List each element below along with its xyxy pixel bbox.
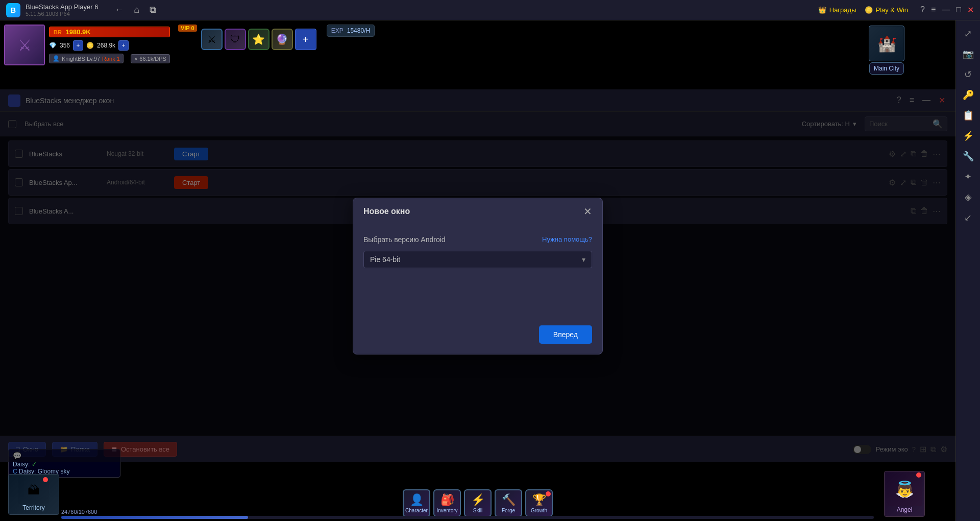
br-display: BR 1980.9K — [49, 27, 170, 37]
rewards-label: Награды — [829, 6, 856, 14]
playnwin-button[interactable]: 🪙 Play & Win — [865, 6, 909, 14]
crown-icon: 👑 — [818, 6, 826, 14]
exp-value: 15480/H — [347, 27, 370, 34]
sidebar-refresh-icon[interactable]: ↺ — [959, 65, 977, 84]
skill-icon-4[interactable]: 🔮 — [272, 29, 293, 50]
exp-bar-fill — [61, 516, 248, 519]
skill-icon-1[interactable]: ⚔ — [201, 29, 223, 50]
skill-skill-button[interactable]: ⚡ Skill — [464, 489, 492, 517]
sidebar-clipboard-icon[interactable]: 📋 — [959, 106, 977, 125]
character-icon: 👤 — [53, 55, 60, 62]
diamonds-value: 356 — [60, 42, 70, 49]
window-controls: ? ≡ — □ ✕ — [920, 5, 974, 15]
skill-skill-label: Skill — [473, 508, 482, 513]
help-button[interactable]: ? — [920, 5, 925, 15]
close-button[interactable]: ✕ — [967, 5, 974, 15]
window-manager: BlueStacks менеджер окон ? ≡ — ✕ Выбрать… — [0, 89, 955, 462]
coin-icon: 🪙 — [865, 6, 873, 14]
inventory-skill-button[interactable]: 🎒 Inventory — [433, 489, 461, 517]
bluestacks-shell: B BlueStacks App Player 6 5.11.56.1003 P… — [0, 0, 980, 521]
title-bar-left: B BlueStacks App Player 6 5.11.56.1003 P… — [6, 3, 159, 17]
skill-icon-2[interactable]: 🛡 — [225, 29, 246, 50]
angel-notification — [916, 472, 921, 478]
sidebar-tools-icon[interactable]: 🔧 — [959, 147, 977, 165]
diamond-icon: 💎 — [49, 42, 57, 49]
skill-icon-3[interactable]: ⭐ — [248, 29, 270, 50]
rank-badge: Rank 1 — [102, 56, 120, 62]
modal-overlay: Новое окно ✕ Выбрать версию Android Нужн… — [0, 89, 955, 462]
version-select-dropdown[interactable]: Pie 64-bit ▾ — [363, 251, 592, 268]
game-hud-top: ⚔ BR 1980.9K 💎 356 + 🪙 268.9k + — [0, 20, 955, 89]
rewards-button[interactable]: 👑 Награды — [818, 6, 856, 14]
exp-bar-text: 24760/107600 — [61, 509, 97, 515]
minimize-button[interactable]: — — [942, 5, 950, 15]
gold-add-button[interactable]: + — [118, 40, 129, 51]
dropdown-arrow-icon: ▾ — [582, 255, 585, 264]
maximize-button[interactable]: □ — [956, 5, 961, 15]
game-area: ⚔ BR 1980.9K 💎 356 + 🪙 268.9k + — [0, 20, 955, 521]
main-area: ⚔ BR 1980.9K 💎 356 + 🪙 268.9k + — [0, 20, 980, 521]
forge-skill-button[interactable]: 🔨 Forge — [495, 489, 522, 517]
dialog-footer: Вперед — [353, 319, 602, 354]
title-bar-right: 👑 Награды 🪙 Play & Win ? ≡ — □ ✕ — [818, 5, 974, 15]
player-info-row: 👤 KnightBS Lv.97 Rank 1 × 66.1k/DPS — [49, 54, 170, 63]
forge-skill-label: Forge — [502, 508, 515, 513]
angel-label: Angel — [897, 506, 913, 513]
nav-buttons: ← ⌂ ⧉ — [111, 4, 159, 16]
new-window-dialog: Новое окно ✕ Выбрать версию Android Нужн… — [353, 198, 603, 354]
back-button[interactable]: ← — [111, 4, 127, 16]
gold-value: 268.9k — [97, 42, 115, 49]
right-sidebar: ⤢ 📷 ↺ 🔑 📋 ⚡ 🔧 ✦ ◈ ↙ — [955, 20, 980, 521]
dialog-body: Выбрать версию Android Нужна помощь? Pie… — [353, 225, 602, 319]
player-name: KnightBS Lv.97 — [62, 56, 100, 62]
help-link[interactable]: Нужна помощь? — [542, 235, 592, 243]
exp-progress-bar — [61, 516, 874, 519]
playnwin-label: Play & Win — [876, 6, 909, 14]
sidebar-performance-icon[interactable]: ⚡ — [959, 127, 977, 145]
growth-skill-label: Growth — [531, 508, 547, 513]
add-skill-button[interactable]: + — [295, 29, 316, 50]
dps-value: 66.1k/DPS — [139, 56, 166, 62]
dialog-close-button[interactable]: ✕ — [583, 206, 592, 217]
title-bar: B BlueStacks App Player 6 5.11.56.1003 P… — [0, 0, 980, 20]
selected-version: Pie 64-bit — [370, 255, 400, 264]
dialog-title: Новое окно — [363, 207, 410, 216]
next-button[interactable]: Вперед — [539, 325, 592, 344]
dialog-spacer — [363, 268, 592, 309]
angel-button[interactable]: 👼 Angel — [884, 471, 925, 517]
character-skill-label: Character — [405, 508, 428, 513]
sidebar-fullscreen-icon[interactable]: ⤢ — [959, 25, 977, 43]
exp-label: EXP — [331, 27, 344, 34]
windows-button[interactable]: ⧉ — [146, 4, 159, 16]
dialog-header: Новое окно ✕ — [353, 198, 602, 225]
hud-stats: 💎 356 + 🪙 268.9k + — [49, 40, 170, 51]
home-button[interactable]: ⌂ — [131, 4, 142, 16]
sidebar-star-icon[interactable]: ✦ — [959, 168, 977, 186]
territory-notification — [43, 477, 48, 482]
android-version-label: Выбрать версию Android — [363, 235, 446, 244]
sidebar-diamond-icon[interactable]: ◈ — [959, 188, 977, 206]
character-portrait[interactable]: ⚔ — [4, 25, 45, 65]
character-skill-button[interactable]: 👤 Character — [403, 489, 430, 517]
main-city-button[interactable]: Main City — [869, 62, 904, 75]
sidebar-key-icon[interactable]: 🔑 — [959, 86, 977, 104]
inventory-skill-label: Inventory — [436, 508, 457, 513]
app-version: 5.11.56.1003 P64 — [26, 11, 98, 17]
bluestacks-logo: B — [6, 3, 20, 17]
gold-icon: 🪙 — [86, 42, 94, 49]
skill-bar: 👤 Character 🎒 Inventory ⚡ Skill 🔨 Forge — [0, 489, 955, 517]
growth-skill-button[interactable]: 🏆 Growth — [525, 489, 553, 517]
vip-badge: VIP 0 — [178, 25, 197, 32]
dps-icon: × — [134, 56, 137, 62]
sidebar-arrow-icon[interactable]: ↙ — [959, 208, 977, 227]
app-name: BlueStacks App Player 6 — [26, 3, 98, 11]
android-version-row: Выбрать версию Android Нужна помощь? — [363, 235, 592, 244]
growth-notification — [546, 491, 551, 496]
br-value: 1980.9K — [66, 28, 91, 36]
sidebar-camera-icon[interactable]: 📷 — [959, 45, 977, 63]
game-hud-bottom: 💬 Daisy: ✓ C Daisy: Gloomy sky 🏔 — [0, 462, 955, 521]
menu-button[interactable]: ≡ — [931, 5, 936, 15]
diamonds-add-button[interactable]: + — [73, 40, 83, 51]
